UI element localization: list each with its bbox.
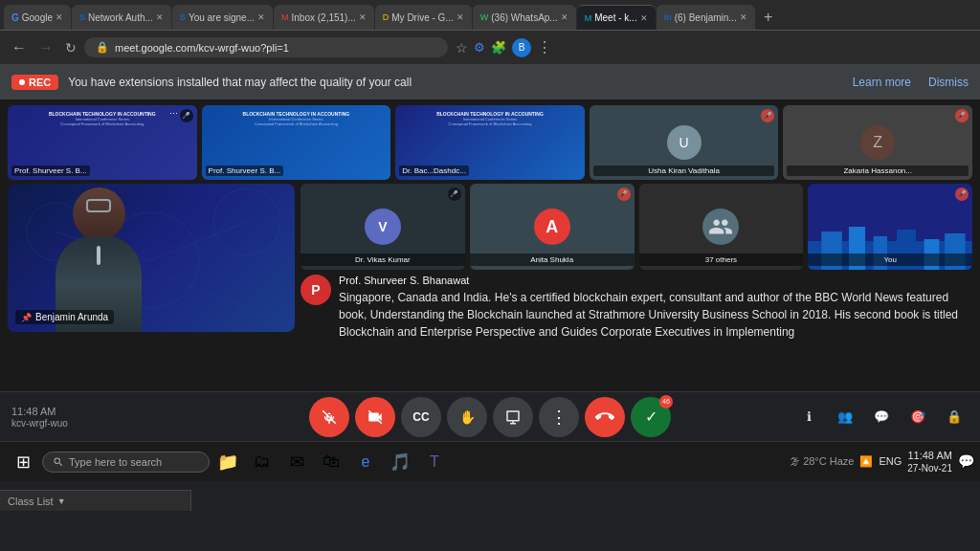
middle-participants-row: V Dr. Vikas Kumar 🎤 A Anita Shukla 🎤 — [301, 184, 972, 270]
tab-network-auth[interactable]: S Network Auth... ✕ — [72, 5, 171, 30]
rec-dot — [19, 79, 25, 85]
participant-thumb-prof1[interactable]: BLOCKCHAIN TECHNOLOGY IN ACCOUNTING Inte… — [8, 105, 197, 180]
mute-usha: 🎤 — [761, 109, 774, 122]
participant-name-usha: Usha Kiran Vadithala — [593, 165, 775, 176]
top-participants-row: BLOCKCHAIN TECHNOLOGY IN ACCOUNTING Inte… — [0, 99, 980, 184]
tab-linkedin[interactable]: in (6) Benjamin... ✕ — [657, 5, 755, 30]
bottom-panel-strip: Class List ▼ — [0, 490, 191, 511]
caption-avatar: P — [301, 275, 331, 305]
system-tray[interactable]: 🔼 — [859, 455, 873, 468]
tab-inbox[interactable]: M Inbox (2,151)... ✕ — [274, 5, 374, 30]
participant-tile-vikas[interactable]: V Dr. Vikas Kumar 🎤 — [301, 184, 465, 270]
mute-zakaria: 🎤 — [955, 109, 969, 122]
participant-tile-others[interactable]: 37 others — [639, 184, 804, 270]
browser-menu-icon[interactable]: ⋮ — [537, 38, 552, 56]
taskbar-app-music[interactable]: 🎵 — [384, 446, 416, 478]
mute-indicator-prof1: 🎤 — [180, 109, 193, 122]
refresh-button[interactable]: ↻ — [61, 38, 80, 57]
tab-drive[interactable]: D My Drive - G... ✕ — [375, 5, 472, 30]
present-button[interactable] — [493, 397, 533, 437]
meet-area: BLOCKCHAIN TECHNOLOGY IN ACCOUNTING Inte… — [0, 99, 980, 391]
weather-info: 🌫 28°C Haze — [790, 455, 854, 467]
toolbar-right-icons: ℹ 👥 💬 🎯 🔒 — [792, 401, 970, 433]
tab-signed[interactable]: S You are signe... ✕ — [172, 5, 273, 30]
time-display: 11:48 AM — [11, 406, 68, 417]
participant-thumb-dr-dashdce[interactable]: BLOCKCHAIN TECHNOLOGY IN ACCOUNTING Inte… — [395, 105, 585, 180]
warning-banner: REC You have extensions installed that m… — [0, 65, 980, 99]
learn-more-button[interactable]: Learn more — [853, 76, 911, 89]
taskbar-app-files[interactable]: 📁 — [212, 446, 244, 478]
people-button[interactable]: 👥 — [829, 401, 861, 433]
windows-taskbar: ⊞ Type here to search 📁 🗂 ✉ 🛍 e 🎵 T 🌫 28… — [0, 441, 980, 481]
cam-button[interactable] — [355, 397, 395, 437]
more-options-prof1[interactable]: ⋯ — [169, 109, 178, 119]
extension-icon-2[interactable]: 🧩 — [491, 40, 506, 55]
new-tab-button[interactable]: + — [756, 5, 781, 30]
tab-whatsapp[interactable]: W (36) WhatsAp... ✕ — [473, 5, 576, 30]
raise-hand-button[interactable]: ✋ — [447, 397, 487, 437]
taskbar-app-explorer[interactable]: 🗂 — [246, 446, 278, 478]
participant-name-you: You — [808, 253, 972, 266]
pin-icon: 📌 — [21, 313, 32, 322]
main-presenter-video: 📌 Benjamin Arunda — [8, 184, 295, 332]
caption-content: Prof. Shurveer S. Bhanawat Singapore, Ca… — [339, 275, 972, 387]
info-button[interactable]: ℹ — [792, 401, 825, 433]
caption-text: Singapore, Canada and India. He's a cert… — [339, 289, 972, 341]
mute-indicator-you: 🎤 — [955, 187, 969, 201]
clock: 11:48 AM 27-Nov-21 — [907, 449, 952, 474]
forward-button[interactable]: → — [34, 37, 57, 58]
taskbar-app-mail[interactable]: ✉ — [280, 446, 313, 478]
participant-tile-you[interactable]: 🎤 You — [808, 184, 972, 270]
address-text: meet.google.com/kcv-wrgf-wuo?pli=1 — [115, 42, 289, 54]
class-list-chevron[interactable]: ▼ — [57, 496, 66, 506]
tab-google[interactable]: G Google ✕ — [4, 5, 71, 30]
security-button[interactable]: 🔒 — [938, 401, 970, 433]
participant-thumb-prof2[interactable]: BLOCKCHAIN TECHNOLOGY IN ACCOUNTING Inte… — [202, 105, 391, 180]
extension-icon-1[interactable]: ⚙ — [474, 40, 485, 55]
mute-indicator-anita: 🎤 — [617, 187, 631, 201]
participant-thumb-usha[interactable]: U 🎤 Usha Kiran Vadithala — [590, 105, 779, 180]
participant-name-dr: Dr. Bac...Dashdc... — [399, 165, 469, 176]
tab-meet[interactable]: M Meet - k... ✕ — [577, 5, 656, 30]
notification-badge: 46 — [659, 395, 673, 408]
participant-name-others: 37 others — [639, 253, 804, 266]
participant-thumb-zakaria[interactable]: Z 🎤 Zakaria Hassanon... — [783, 105, 972, 180]
main-content-row: 📌 Benjamin Arunda V Dr. Vikas Kumar 🎤 A … — [0, 184, 980, 391]
bookmark-icon[interactable]: ☆ — [456, 40, 468, 55]
taskbar-search[interactable]: Type here to search — [42, 452, 210, 473]
mute-indicator-vikas: 🎤 — [448, 187, 461, 201]
participant-name-zakaria: Zakaria Hassanon... — [787, 165, 969, 176]
participant-name-anita: Anita Shukla — [470, 253, 635, 266]
chat-button[interactable]: 💬 — [865, 401, 898, 433]
participant-name-prof1: Prof. Shurveer S. B... — [11, 165, 90, 176]
taskbar-app-edge[interactable]: e — [349, 446, 382, 478]
more-options-button[interactable]: ⋮ — [539, 397, 579, 437]
time-room-display: 11:48 AM kcv-wrgf-wuo — [11, 406, 68, 429]
end-call-button[interactable] — [585, 397, 625, 437]
presenter-name-badge: 📌 Benjamin Arunda — [15, 310, 114, 324]
taskbar-app-teams[interactable]: T — [418, 446, 451, 478]
taskbar-app-store[interactable]: 🛍 — [315, 446, 347, 478]
address-bar-container[interactable]: 🔒 meet.google.com/kcv-wrgf-wuo?pli=1 — [84, 37, 448, 57]
captions-button[interactable]: CC — [401, 397, 441, 437]
activities-button[interactable]: 🎯 — [902, 401, 934, 433]
participant-name-vikas: Dr. Vikas Kumar — [301, 253, 465, 266]
tabs-bar: G Google ✕ S Network Auth... ✕ S You are… — [0, 0, 980, 31]
notification-center[interactable]: 💬 — [958, 453, 974, 469]
lock-icon: 🔒 — [96, 41, 109, 54]
mic-button[interactable] — [309, 397, 349, 437]
lang-indicator[interactable]: ENG — [879, 455, 902, 467]
back-button[interactable]: ← — [8, 37, 31, 58]
dismiss-button[interactable]: Dismiss — [928, 76, 969, 89]
profile-icon[interactable]: B — [512, 38, 531, 57]
caption-area: P Prof. Shurveer S. Bhanawat Singapore, … — [301, 275, 972, 387]
browser-nav-bar: ← → ↻ 🔒 meet.google.com/kcv-wrgf-wuo?pli… — [0, 31, 980, 65]
participant-name-prof2: Prof. Shurveer S. B... — [206, 165, 284, 176]
start-button[interactable]: ⊞ — [6, 445, 40, 479]
accept-call-button[interactable]: ✓ 46 — [631, 397, 671, 437]
room-code: kcv-wrgf-wuo — [11, 418, 68, 429]
class-list-label: Class List — [8, 496, 54, 507]
rec-badge: REC — [11, 75, 58, 90]
participant-tile-anita[interactable]: A Anita Shukla 🎤 — [470, 184, 635, 270]
warning-text: You have extensions installed that may a… — [68, 76, 842, 89]
